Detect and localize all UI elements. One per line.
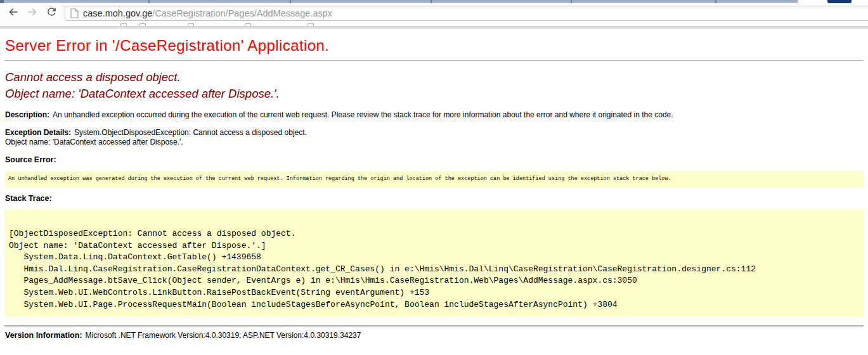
error-message-line2: Object name: 'DataContext accessed after…: [5, 86, 864, 102]
toolbar-divider: [0, 26, 868, 29]
browser-chrome: case.moh.gov.ge/CaseRegistration/Pages/A…: [0, 0, 868, 29]
bookmark-favicon-icon[interactable]: [120, 23, 127, 26]
reload-button[interactable]: [43, 5, 60, 22]
bookmarks-bar: [0, 23, 868, 26]
stack-trace-heading: Stack Trace:: [5, 194, 864, 203]
version-paragraph: Version Information:Microsoft .NET Frame…: [5, 331, 864, 340]
description-text: An unhandled exception occurred during t…: [53, 110, 673, 119]
forward-arrow-icon: [26, 6, 39, 21]
source-error-box: An unhandled exception was generated dur…: [4, 171, 864, 188]
reload-icon: [46, 6, 58, 20]
back-arrow-icon: [7, 6, 20, 21]
stack-trace-text: [ObjectDisposedException: Cannot access …: [4, 209, 864, 316]
address-bar[interactable]: case.moh.gov.ge/CaseRegistration/Pages/A…: [65, 6, 868, 21]
browser-toolbar: case.moh.gov.ge/CaseRegistration/Pages/A…: [0, 3, 868, 23]
bookmark-favicon-icon[interactable]: [308, 23, 314, 26]
error-message: Cannot access a disposed object. Object …: [5, 69, 864, 102]
stack-trace-box: [ObjectDisposedException: Cannot access …: [4, 209, 864, 316]
bookmark-favicon-icon[interactable]: [139, 23, 146, 26]
divider-bottom: [4, 325, 864, 326]
stack-trace-label: Stack Trace:: [5, 194, 52, 203]
exception-details-line2: Object name: 'DataContext accessed after…: [5, 138, 864, 147]
bookmark-favicon-icon[interactable]: [245, 23, 251, 26]
back-button[interactable]: [5, 5, 22, 22]
url-path: /CaseRegistration/Pages/AddMessage.aspx: [152, 8, 332, 18]
version-label: Version Information:: [5, 331, 82, 340]
page-icon: [70, 8, 79, 18]
description-label: Description:: [5, 110, 49, 119]
url-host: case.moh.gov.ge: [83, 8, 152, 18]
page-title: Server Error in '/CaseRegistration' Appl…: [5, 37, 864, 55]
url-text: case.moh.gov.ge/CaseRegistration/Pages/A…: [83, 8, 332, 18]
source-error-heading: Source Error:: [5, 155, 864, 165]
description-paragraph: Description:An unhandled exception occur…: [5, 110, 864, 120]
exception-details-line1: System.ObjectDisposedException: Cannot a…: [74, 128, 307, 137]
source-error-text: An unhandled exception was generated dur…: [8, 176, 671, 182]
bookmark-favicon-icon[interactable]: [188, 23, 194, 26]
error-message-line1: Cannot access a disposed object.: [5, 69, 864, 86]
exception-details-paragraph: Exception Details:System.ObjectDisposedE…: [5, 128, 864, 147]
exception-details-label: Exception Details:: [5, 128, 71, 137]
source-error-label: Source Error:: [5, 155, 56, 164]
divider-top: [4, 60, 864, 61]
error-page: Server Error in '/CaseRegistration' Appl…: [0, 37, 868, 340]
version-text: Microsoft .NET Framework Version:4.0.303…: [86, 331, 361, 340]
forward-button[interactable]: [24, 5, 41, 22]
